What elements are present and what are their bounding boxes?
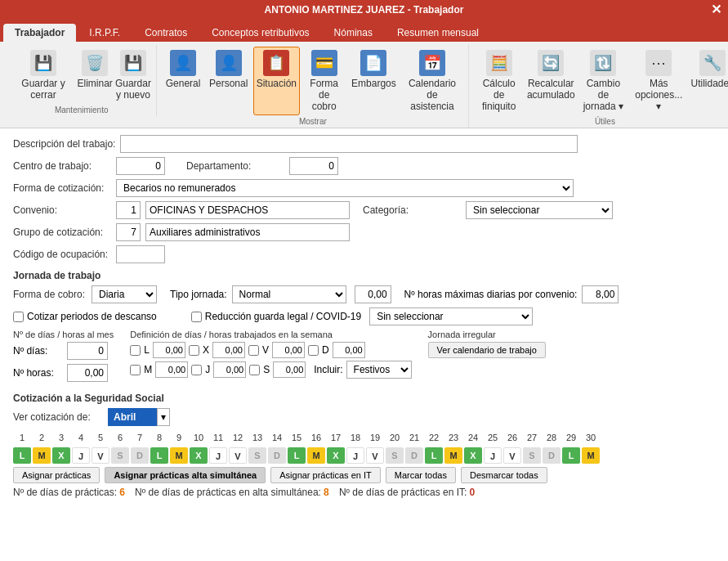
ribbon-btn-calendario[interactable]: 📅 Calendariode asistencia: [401, 47, 464, 115]
forma-cobro-select[interactable]: Diaria: [92, 285, 157, 303]
convenio-num[interactable]: [116, 201, 141, 219]
cal-num-25: 25: [484, 430, 502, 445]
cal-letter-8[interactable]: M: [170, 447, 188, 464]
cal-letter-23[interactable]: X: [464, 447, 482, 464]
forma-cotizacion-select[interactable]: Becarios no remunerados: [116, 179, 574, 197]
horas-max-input[interactable]: [355, 285, 391, 303]
cal-letter-15[interactable]: M: [307, 447, 325, 464]
ribbon-btn-utilidades[interactable]: 🔧 Utilidades: [689, 47, 728, 115]
codigo-ocupacion-input[interactable]: [116, 245, 165, 263]
cal-letter-12[interactable]: S: [248, 447, 266, 464]
ribbon-btn-calculo-finiquito[interactable]: 🧮 Cálculo definiquito: [474, 47, 524, 115]
day-l-input[interactable]: [153, 342, 185, 358]
cotizacion-month-input[interactable]: [108, 408, 157, 426]
marcar-todas-btn[interactable]: Marcar todas: [386, 467, 456, 483]
cal-letter-18[interactable]: V: [366, 447, 384, 464]
ribbon-btn-forma-cobro[interactable]: 💳 Formade cobro: [301, 47, 346, 115]
cal-letter-1[interactable]: M: [33, 447, 51, 464]
day-x-input[interactable]: [212, 342, 245, 358]
centro-input[interactable]: [116, 157, 165, 175]
tab-contratos[interactable]: Contratos: [133, 24, 199, 42]
day-s-input[interactable]: [273, 361, 306, 378]
bottom-buttons-row: Asignar prácticas Asignar prácticas alta…: [13, 467, 715, 483]
asignar-practicas-it-btn[interactable]: Asignar prácticas en IT: [270, 467, 381, 483]
cal-letter-29[interactable]: M: [582, 447, 600, 464]
descripcion-input[interactable]: [120, 135, 578, 153]
departamento-input[interactable]: [289, 157, 338, 175]
tab-bar: Trabajador I.R.P.F. Contratos Conceptos …: [0, 19, 728, 42]
day-m1-check[interactable]: M: [130, 364, 152, 375]
cal-num-5: 5: [92, 430, 109, 445]
day-s-check[interactable]: S: [249, 364, 270, 375]
cal-letter-2[interactable]: X: [52, 447, 70, 464]
tipo-jornada-select[interactable]: Normal: [232, 285, 346, 303]
cal-letter-7[interactable]: L: [150, 447, 168, 464]
cotizacion-dropdown-btn[interactable]: ▾: [157, 408, 170, 426]
cal-num-3: 3: [52, 430, 70, 445]
cal-letter-9[interactable]: X: [190, 447, 208, 464]
day-v-check[interactable]: V: [248, 344, 269, 356]
ribbon-btn-situacion[interactable]: 📋 Situación: [253, 47, 301, 115]
categoria-select[interactable]: Sin seleccionar: [466, 201, 613, 219]
ribbon-btn-cambio-jornada[interactable]: 🔃 Cambio dejornada ▾: [578, 47, 628, 115]
day-j-check[interactable]: J: [191, 364, 210, 375]
day-d-input[interactable]: [333, 342, 365, 358]
cal-letter-4[interactable]: V: [92, 447, 109, 464]
cal-letter-0[interactable]: L: [13, 447, 31, 464]
reduccion-guarda-checkbox[interactable]: Reducción guarda legal / COVID-19: [191, 311, 361, 322]
grupo-cotizacion-num[interactable]: [116, 223, 141, 241]
cal-letter-10[interactable]: J: [209, 447, 227, 464]
ver-calendario-btn[interactable]: Ver calendario de trabajo: [428, 342, 546, 358]
day-x-check[interactable]: X: [189, 344, 209, 356]
tab-conceptos[interactable]: Conceptos retributivos: [200, 24, 320, 42]
tab-irpf[interactable]: I.R.P.F.: [78, 24, 132, 42]
asignar-practicas-alta-btn[interactable]: Asignar prácticas alta simultánea: [105, 467, 266, 483]
ribbon-btn-eliminar[interactable]: 🗑️ Eliminar: [77, 47, 113, 104]
cal-letter-20[interactable]: D: [405, 447, 423, 464]
convenio-label: Convenio:: [13, 204, 111, 216]
cal-letter-16[interactable]: X: [327, 447, 345, 464]
tab-resumen[interactable]: Resumen mensual: [386, 24, 490, 42]
day-l-check[interactable]: L: [130, 344, 150, 356]
cal-letter-21[interactable]: L: [425, 447, 443, 464]
cal-letter-13[interactable]: D: [268, 447, 286, 464]
incluir-select[interactable]: Festivos: [346, 361, 412, 379]
cal-letter-5[interactable]: S: [111, 447, 129, 464]
desmarcar-todas-btn[interactable]: Desmarcar todas: [461, 467, 547, 483]
asignar-practicas-btn[interactable]: Asignar prácticas: [13, 467, 100, 483]
cal-letter-22[interactable]: M: [444, 447, 462, 464]
cal-letter-11[interactable]: V: [229, 447, 247, 464]
cal-letter-27[interactable]: D: [543, 447, 561, 464]
cotizar-periodos-checkbox[interactable]: Cotizar periodos de descanso: [13, 311, 157, 322]
cal-letter-17[interactable]: J: [346, 447, 364, 464]
day-j-input[interactable]: [213, 361, 246, 378]
cal-letter-28[interactable]: L: [562, 447, 580, 464]
horas-max-value[interactable]: [582, 285, 619, 303]
convenio-text[interactable]: [145, 201, 350, 219]
day-v-input[interactable]: [272, 342, 305, 358]
cal-letter-26[interactable]: S: [523, 447, 541, 464]
ribbon-btn-mas-opciones[interactable]: ⋯ Másopciones... ▾: [630, 47, 687, 115]
tab-nominas[interactable]: Nóminas: [323, 24, 384, 42]
n-horas-input[interactable]: [67, 364, 108, 382]
close-button[interactable]: ✕: [711, 2, 721, 17]
ribbon-btn-personal[interactable]: 👤 Personal: [206, 47, 252, 115]
ribbon-btn-recalcular[interactable]: 🔄 Recalcularacumulado: [525, 47, 576, 115]
cal-letter-6[interactable]: D: [131, 447, 149, 464]
ver-cotizacion-label: Ver cotización de:: [13, 411, 103, 423]
cal-letter-3[interactable]: J: [72, 447, 90, 464]
cal-letter-25[interactable]: V: [503, 447, 521, 464]
cal-letter-19[interactable]: S: [386, 447, 404, 464]
ribbon-btn-embargos[interactable]: 📄 Embargos: [348, 47, 399, 115]
cal-letter-24[interactable]: J: [484, 447, 502, 464]
ribbon-btn-general[interactable]: 👤 General: [162, 47, 203, 115]
ribbon-btn-guardar-nuevo[interactable]: 💾 Guardary nuevo: [114, 47, 151, 104]
ribbon-btn-guardar-cerrar[interactable]: 💾 Guardar y cerrar: [11, 47, 75, 104]
day-d-check[interactable]: D: [308, 344, 329, 356]
tab-trabajador[interactable]: Trabajador: [3, 24, 76, 42]
cal-letter-14[interactable]: L: [288, 447, 306, 464]
reduccion-guarda-select[interactable]: Sin seleccionar: [369, 307, 533, 325]
day-m1-input[interactable]: [155, 361, 188, 378]
grupo-cotizacion-text[interactable]: [145, 223, 350, 241]
n-dias-input[interactable]: [67, 342, 108, 360]
